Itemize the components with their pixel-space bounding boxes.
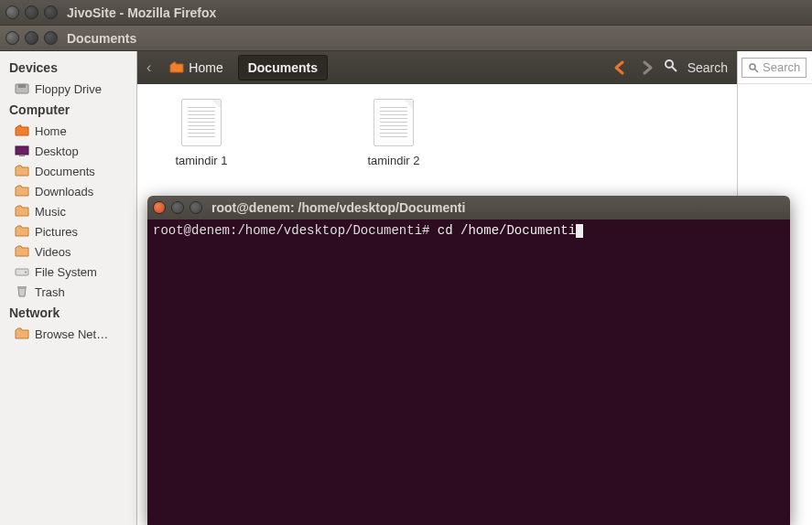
sidebar-item-videos[interactable]: Videos: [0, 241, 136, 262]
terminal-prompt: root@denem:/home/vdesktop/Documenti#: [153, 223, 429, 238]
svg-point-7: [666, 60, 673, 68]
svg-rect-2: [16, 146, 28, 155]
search-icon[interactable]: [664, 59, 678, 77]
svg-point-5: [25, 272, 27, 273]
floppy-icon: [15, 81, 29, 96]
sidebar-item-downloads[interactable]: Downloads: [0, 181, 136, 201]
terminal-space: [429, 223, 437, 238]
nautilus-window-controls: [5, 31, 58, 45]
sidebar-label: Trash: [35, 285, 65, 299]
chevron-left-icon[interactable]: ‹: [146, 59, 151, 76]
home-folder-icon: [169, 60, 184, 75]
sidebar-label: Documents: [35, 165, 95, 178]
trash-icon: [15, 284, 29, 299]
svg-rect-1: [18, 84, 26, 88]
sidebar-label: Home: [35, 124, 67, 138]
folder-icon: [15, 244, 29, 259]
sidebar-item-desktop[interactable]: Desktop: [0, 141, 136, 161]
svg-rect-6: [17, 286, 27, 288]
sidebar-item-filesystem[interactable]: File System: [0, 262, 136, 282]
sidebar-item-music[interactable]: Music: [0, 201, 136, 221]
folder-icon: [15, 204, 29, 219]
folder-icon: [15, 184, 29, 198]
sidebar-label: Music: [35, 205, 66, 219]
sidebar-heading-network: Network: [0, 302, 136, 324]
terminal-body[interactable]: root@denem:/home/vdesktop/Documenti# cd …: [147, 220, 790, 525]
sidebar-item-trash[interactable]: Trash: [0, 282, 136, 302]
search-label[interactable]: Search: [687, 60, 728, 75]
folder-icon: [15, 164, 29, 178]
close-icon[interactable]: [153, 201, 166, 214]
terminal-command: cd /home/Documenti: [438, 223, 576, 238]
terminal-window-controls: [153, 201, 202, 214]
maximize-icon[interactable]: [44, 31, 58, 45]
file-icon-view[interactable]: tamindir 1 tamindir 2: [137, 84, 737, 182]
search-input[interactable]: Search: [742, 58, 807, 78]
minimize-icon[interactable]: [171, 201, 184, 214]
sidebar-item-documents[interactable]: Documents: [0, 161, 136, 181]
sidebar-label: Videos: [35, 245, 71, 259]
firefox-window-controls: [5, 5, 58, 19]
text-file-icon: [374, 99, 414, 146]
terminal-titlebar[interactable]: root@denem: /home/vdesktop/Documenti: [147, 196, 790, 220]
firefox-titlebar: JivoSite - Mozilla Firefox: [0, 0, 812, 26]
sidebar-label: Browse Net…: [35, 327, 108, 341]
sidebar-item-browse-network[interactable]: Browse Net…: [0, 324, 136, 344]
location-toolbar: ‹ Home Documents Search: [137, 51, 737, 84]
drive-icon: [15, 264, 29, 279]
svg-line-8: [672, 67, 677, 71]
sidebar: Devices Floppy Drive Computer Home Deskt…: [0, 51, 137, 525]
search-placeholder: Search: [763, 60, 800, 74]
file-item[interactable]: tamindir 1: [156, 99, 247, 167]
desktop-icon: [15, 144, 29, 158]
sidebar-label: Floppy Drive: [35, 82, 102, 96]
home-folder-icon: [15, 123, 29, 138]
svg-rect-3: [19, 155, 25, 156]
breadcrumb-label: Documents: [248, 60, 318, 75]
maximize-icon[interactable]: [189, 201, 202, 214]
nautilus-title: Documents: [67, 31, 136, 46]
sidebar-item-home[interactable]: Home: [0, 121, 136, 141]
terminal-cursor: [576, 224, 583, 238]
firefox-title: JivoSite - Mozilla Firefox: [67, 5, 216, 20]
file-name: tamindir 2: [367, 154, 419, 167]
folder-icon: [15, 224, 29, 239]
folder-icon: [15, 327, 29, 341]
sidebar-item-pictures[interactable]: Pictures: [0, 221, 136, 241]
minimize-icon[interactable]: [25, 31, 38, 45]
breadcrumb-label: Home: [189, 60, 222, 75]
terminal-window[interactable]: root@denem: /home/vdesktop/Documenti roo…: [147, 196, 790, 525]
close-icon[interactable]: [5, 5, 19, 19]
file-name: tamindir 1: [175, 154, 227, 167]
sidebar-item-floppy[interactable]: Floppy Drive: [0, 79, 136, 99]
minimize-icon[interactable]: [25, 5, 38, 19]
sidebar-label: Downloads: [35, 185, 93, 198]
sidebar-label: File System: [35, 265, 97, 279]
sidebar-heading-devices: Devices: [0, 57, 136, 79]
close-icon[interactable]: [5, 31, 19, 45]
file-item[interactable]: tamindir 2: [348, 99, 439, 167]
breadcrumb-home[interactable]: Home: [160, 56, 232, 80]
maximize-icon[interactable]: [44, 5, 58, 19]
text-file-icon: [181, 99, 222, 146]
back-button[interactable]: [612, 59, 629, 76]
sidebar-label: Desktop: [35, 145, 79, 158]
sidebar-label: Pictures: [35, 225, 78, 239]
nautilus-titlebar: Documents: [0, 26, 812, 51]
terminal-title: root@denem: /home/vdesktop/Documenti: [211, 200, 465, 215]
svg-line-10: [754, 69, 758, 72]
sidebar-heading-computer: Computer: [0, 99, 136, 121]
breadcrumb-documents[interactable]: Documents: [238, 55, 328, 80]
forward-button[interactable]: [638, 59, 655, 76]
